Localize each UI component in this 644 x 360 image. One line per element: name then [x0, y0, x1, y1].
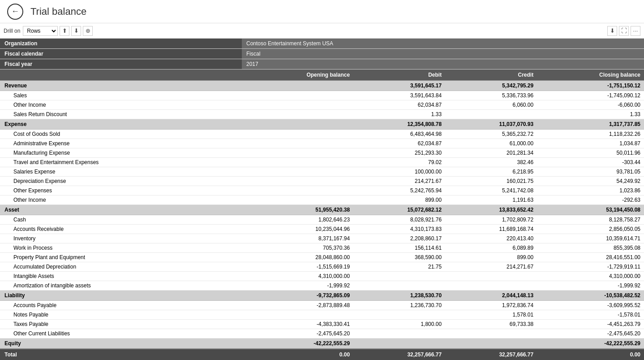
detail-cell-3-2-3: 69,733.38 — [445, 320, 537, 329]
cat-cell-1-3: 11,037,070.93 — [445, 119, 537, 130]
detail-cell-1-6-2: 5,242,765.94 — [353, 186, 445, 195]
detail-cell-1-3-4: -303.44 — [537, 158, 644, 167]
page-title: Trial balance — [30, 6, 86, 17]
detail-cell-2-0-0: Cash — [0, 215, 242, 225]
detail-cell-1-6-1 — [242, 186, 353, 195]
detail-cell-1-2-4: 50,011.96 — [537, 148, 644, 158]
drill-select[interactable]: Rows Columns — [23, 26, 58, 36]
total-row: Total0.0032,257,666.7732,257,666.770.00 — [0, 349, 644, 360]
detail-cell-3-3-3 — [445, 329, 537, 338]
detail-cell-3-1-4: -1,578.01 — [537, 310, 644, 320]
category-row-asset: Asset51,955,420.3815,072,682.1213,833,65… — [0, 205, 644, 215]
detail-cell-3-2-4: -4,451,263.79 — [537, 320, 644, 329]
detail-cell-3-2-2: 1,800.00 — [353, 320, 445, 329]
table-row: Notes Payable1,578.01-1,578.01 — [0, 310, 644, 320]
detail-cell-0-2-4: 1.33 — [537, 110, 644, 119]
table-row: Accumulated Depreciation-1,515,669.1921.… — [0, 262, 644, 272]
org-value: Contoso Entertainment System USA — [242, 39, 644, 49]
col-opening: Opening balance — [242, 69, 353, 81]
cat-cell-1-0: Expense — [0, 119, 242, 130]
column-header-row: Opening balance Debit Credit Closing bal… — [0, 69, 644, 81]
year-label: Fiscal year — [0, 59, 242, 69]
back-button[interactable]: ← — [7, 4, 23, 20]
detail-cell-2-2-4: 10,359,614.71 — [537, 234, 644, 243]
detail-cell-0-2-0: Sales Return Discount — [0, 110, 242, 119]
drill-down-button[interactable]: ⬇ — [71, 26, 81, 36]
detail-cell-1-6-4: 1,023.86 — [537, 186, 644, 195]
drill-up-button[interactable]: ⬆ — [60, 26, 69, 36]
detail-cell-3-3-4: -2,475,645.20 — [537, 329, 644, 338]
col-credit: Credit — [445, 69, 537, 81]
year-value: 2017 — [242, 59, 644, 69]
table-row: Amortization of intangible assets-1,999.… — [0, 281, 644, 291]
cat-cell-0-4: -1,751,150.12 — [537, 81, 644, 91]
cat-cell-2-2: 15,072,682.12 — [353, 205, 445, 215]
detail-cell-1-1-1 — [242, 139, 353, 148]
download-button[interactable]: ⬇ — [607, 26, 617, 36]
table-row: Cost of Goods Sold6,483,464.985,365,232.… — [0, 130, 644, 139]
detail-cell-2-3-1: 705,370.36 — [242, 243, 353, 253]
trial-balance-table: Organization Contoso Entertainment Syste… — [0, 39, 644, 360]
detail-cell-2-3-3: 6,089.89 — [445, 243, 537, 253]
detail-cell-2-5-3: 214,271.67 — [445, 262, 537, 272]
detail-cell-0-1-2: 62,034.87 — [353, 100, 445, 110]
table-row: Depreciation Expense214,271.67160,021.75… — [0, 177, 644, 186]
detail-cell-2-4-1: 28,048,860.00 — [242, 253, 353, 262]
detail-cell-0-2-1 — [242, 110, 353, 119]
detail-cell-3-0-1: -2,873,889.48 — [242, 301, 353, 310]
table-row: Other Income62,034.876,060.00-6,060.00 — [0, 100, 644, 110]
detail-cell-2-1-2: 4,310,173.83 — [353, 225, 445, 234]
more-button[interactable]: ··· — [631, 26, 640, 36]
detail-cell-1-4-1 — [242, 167, 353, 177]
detail-cell-3-1-3: 1,578.01 — [445, 310, 537, 320]
detail-cell-3-3-2 — [353, 329, 445, 338]
col-name — [0, 69, 242, 81]
drill-label: Drill on — [4, 28, 20, 34]
detail-cell-2-7-4: -1,999.92 — [537, 281, 644, 291]
info-row-org: Organization Contoso Entertainment Syste… — [0, 39, 644, 49]
detail-cell-1-6-3: 5,241,742.08 — [445, 186, 537, 195]
cat-cell-2-1: 51,955,420.38 — [242, 205, 353, 215]
detail-cell-1-1-0: Administrative Expense — [0, 139, 242, 148]
toolbar: Drill on Rows Columns ⬆ ⬇ ⊕ ⬇ ⛶ ··· — [0, 23, 644, 39]
detail-cell-1-0-1 — [242, 130, 353, 139]
detail-cell-3-2-1: -4,383,330.41 — [242, 320, 353, 329]
detail-cell-1-0-2: 6,483,464.98 — [353, 130, 445, 139]
total-cell-0: Total — [0, 349, 242, 360]
detail-cell-3-1-1 — [242, 310, 353, 320]
detail-cell-3-0-0: Accounts Payable — [0, 301, 242, 310]
table-row: Other Expenses5,242,765.945,241,742.081,… — [0, 186, 644, 195]
detail-cell-1-7-0: Other Income — [0, 195, 242, 205]
detail-cell-2-4-3: 899.00 — [445, 253, 537, 262]
info-row-calendar: Fiscal calendar Fiscal — [0, 49, 644, 59]
total-cell-1: 0.00 — [242, 349, 353, 360]
cat-cell-3-1: -9,732,865.09 — [242, 291, 353, 301]
table-row: Travel and Entertainment Expenses79.0238… — [0, 158, 644, 167]
back-icon: ← — [11, 7, 19, 16]
cat-cell-1-2: 12,354,808.78 — [353, 119, 445, 130]
detail-cell-0-1-0: Other Income — [0, 100, 242, 110]
table-row: Accounts Receivable10,235,044.964,310,17… — [0, 225, 644, 234]
detail-cell-0-0-1 — [242, 91, 353, 100]
detail-cell-1-5-1 — [242, 177, 353, 186]
cat-cell-0-0: Revenue — [0, 81, 242, 91]
detail-cell-2-3-2: 156,114.61 — [353, 243, 445, 253]
up-icon: ⬆ — [62, 27, 67, 34]
detail-cell-1-4-2: 100,000.00 — [353, 167, 445, 177]
detail-cell-2-2-0: Inventory — [0, 234, 242, 243]
table-row: Intangible Assets4,310,000.004,310,000.0… — [0, 272, 644, 281]
fullscreen-button[interactable]: ⛶ — [619, 26, 629, 36]
detail-cell-2-1-1: 10,235,044.96 — [242, 225, 353, 234]
detail-cell-2-5-1: -1,515,669.19 — [242, 262, 353, 272]
table-row: Other Income899.001,191.63-292.63 — [0, 195, 644, 205]
detail-cell-2-6-4: 4,310,000.00 — [537, 272, 644, 281]
table-row: Other Current Liabilities-2,475,645.20-2… — [0, 329, 644, 338]
detail-cell-3-1-0: Notes Payable — [0, 310, 242, 320]
table-row: Manufacturing Expense251,293.30201,281.3… — [0, 148, 644, 158]
cat-cell-3-0: Liability — [0, 291, 242, 301]
info-row-year: Fiscal year 2017 — [0, 59, 644, 69]
expand-button[interactable]: ⊕ — [83, 26, 93, 36]
top-header: ← Trial balance — [0, 0, 644, 23]
detail-cell-0-0-3: 5,336,733.96 — [445, 91, 537, 100]
download-icon: ⬇ — [610, 27, 615, 34]
